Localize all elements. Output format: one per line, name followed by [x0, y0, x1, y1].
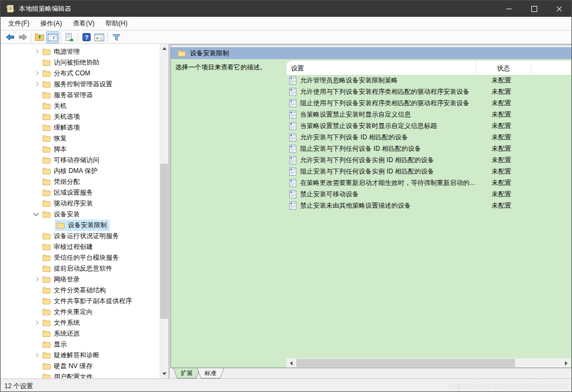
maximize-button[interactable] [522, 1, 546, 17]
tree-node[interactable]: 文件夹重定向 [41, 306, 96, 318]
tree-node[interactable]: 提前启动反恶意软件 [41, 263, 115, 274]
policy-row[interactable]: 允许安装与下列任何设备实例 ID 相匹配的设备 未配置 [287, 155, 571, 166]
tree-scrollbar[interactable] [160, 44, 169, 378]
policy-row[interactable]: 禁止安装可移动设备 未配置 [287, 189, 571, 200]
expand-chevron-icon[interactable] [32, 275, 41, 284]
column-header-status[interactable]: 状态 [476, 64, 531, 73]
tree-node[interactable]: 审核过程创建 [41, 241, 96, 253]
expand-chevron-icon[interactable] [32, 80, 41, 88]
tree-node[interactable]: 服务器管理器 [41, 89, 96, 101]
tree-item[interactable]: 文件共享影子副本提供程序 [1, 295, 159, 306]
tree-node[interactable]: 区域设置服务 [41, 187, 96, 198]
tree-node[interactable]: 电源管理 [41, 46, 82, 57]
show-console-tree-button[interactable] [46, 31, 59, 43]
menu-item[interactable]: 操作(A) [37, 19, 65, 28]
tree-node[interactable]: 受信任的平台模块服务 [41, 252, 122, 264]
tree-item[interactable]: 文件分类基础结构 [1, 285, 159, 295]
tree-item[interactable]: 分布式 COM [1, 68, 159, 79]
tree-item[interactable]: 文件系统 [1, 317, 159, 328]
tree-node[interactable]: 文件共享影子副本提供程序 [41, 295, 135, 307]
tree-item[interactable]: 显示 [1, 339, 159, 350]
tree-node[interactable]: 缓解选项 [41, 122, 82, 133]
policy-row[interactable]: 当策略设置禁止设备安装时显示自定义信息标题 未配置 [287, 120, 571, 132]
help-button[interactable]: ? [80, 31, 93, 43]
close-button[interactable] [546, 1, 571, 17]
tree-item[interactable]: 服务器管理器 [1, 89, 159, 100]
policy-row[interactable]: 当策略设置禁止安装时显示自定义信息 未配置 [287, 109, 571, 120]
tree-node[interactable]: 用户配置文件 [41, 371, 96, 379]
tree-node[interactable]: 服务控制管理器设置 [41, 79, 115, 90]
column-separator[interactable] [531, 62, 531, 74]
export-list-button[interactable] [63, 31, 76, 43]
tree-item[interactable]: 设备运行状况证明服务 [1, 230, 159, 241]
expand-chevron-icon[interactable] [32, 318, 41, 327]
tree-node[interactable]: 内核 DMA 保护 [41, 165, 100, 177]
tree-item[interactable]: 电源管理 [1, 46, 159, 57]
tree-node[interactable]: 疑难解答和诊断 [41, 350, 102, 361]
tree-node[interactable]: 访问被拒绝协助 [41, 57, 102, 68]
tree-node[interactable]: 硬盘 NV 缓存 [41, 361, 95, 372]
tree-item[interactable]: 疑难解答和诊断 [1, 350, 159, 361]
tree-item[interactable]: 审核过程创建 [1, 241, 159, 252]
tree-item[interactable]: 受信任的平台模块服务 [1, 252, 159, 263]
column-header-setting[interactable]: 设置 [291, 64, 304, 73]
scroll-up-button[interactable] [160, 44, 169, 53]
policy-row[interactable]: 阻止安装与下列任何设备实例 ID 相匹配的设备 未配置 [287, 166, 571, 177]
policy-row[interactable]: 允许管理员忽略设备安装限制策略 未配置 [287, 75, 571, 86]
up-one-level-button[interactable] [33, 31, 46, 43]
filter-button[interactable] [110, 31, 123, 43]
scroll-left-button[interactable] [287, 358, 296, 368]
tree-node[interactable]: 驱动程序安装 [41, 198, 96, 209]
scroll-down-button[interactable] [160, 369, 169, 378]
policy-row[interactable]: 在策略更改需要重新启动才能生效时，等待强制重新启动的... 未配置 [287, 177, 571, 189]
minimize-button[interactable] [497, 1, 522, 17]
tree-node[interactable]: 文件系统 [41, 317, 82, 329]
tree-node[interactable]: 关机 [41, 100, 69, 112]
tree-item[interactable]: 用户配置文件 [1, 371, 159, 378]
tree-item[interactable]: 服务控制管理器设置 [1, 79, 159, 89]
tree-node[interactable]: 可移动存储访问 [41, 155, 102, 166]
tree-item[interactable]: 关机 [1, 100, 159, 111]
tree-node[interactable]: 设备安装 [41, 209, 82, 220]
menu-item[interactable]: 查看(V) [69, 19, 98, 28]
tree-node[interactable]: 文件分类基础结构 [41, 285, 109, 296]
tree-node[interactable]: 凭据分配 [41, 176, 82, 188]
policy-row[interactable]: 允许使用与下列设备安装程序类相匹配的驱动程序安装设备 未配置 [287, 86, 571, 98]
expand-chevron-icon[interactable] [32, 47, 41, 56]
tree-item[interactable]: 提前启动反恶意软件 [1, 263, 159, 274]
view-tab[interactable]: 标准 [197, 368, 224, 378]
tree-node[interactable]: 显示 [41, 339, 69, 350]
policy-row[interactable]: 阻止安装与下列任何设备 ID 相匹配的设备 未配置 [287, 143, 571, 155]
expand-chevron-icon[interactable] [32, 69, 41, 78]
tree-item[interactable]: 可移动存储访问 [1, 155, 159, 165]
menu-item[interactable]: 帮助(H) [102, 19, 131, 28]
tree-item[interactable]: 文件夹重定向 [1, 306, 159, 317]
tree-node[interactable]: 关机选项 [41, 111, 82, 123]
scrollbar-thumb[interactable] [296, 359, 515, 367]
tree-item[interactable]: 硬盘 NV 缓存 [1, 361, 159, 371]
tree-item[interactable]: 内核 DMA 保护 [1, 165, 159, 176]
tree-node[interactable]: 设备运行状况证明服务 [41, 230, 122, 242]
tree-item[interactable]: 恢复 [1, 133, 159, 144]
policy-row[interactable]: 阻止使用与下列设备安装程序类相匹配的驱动程序安装设备 未配置 [287, 98, 571, 109]
forward-button[interactable] [16, 31, 29, 43]
tree-item[interactable]: 访问被拒绝协助 [1, 57, 159, 68]
view-tab[interactable]: 扩展 [173, 368, 200, 378]
expand-chevron-icon[interactable] [32, 210, 41, 219]
tree-item[interactable]: 网络登录 [1, 274, 159, 285]
scrollbar-thumb[interactable] [160, 164, 168, 319]
tree-item[interactable]: 驱动程序安装 [1, 198, 159, 209]
tree-node[interactable]: 分布式 COM [41, 68, 93, 79]
tree-item[interactable]: 凭据分配 [1, 176, 159, 187]
tree-item[interactable]: 缓解选项 [1, 122, 159, 133]
tree-item[interactable]: 系统还原 [1, 328, 159, 339]
tree-node[interactable]: 网络登录 [41, 274, 82, 285]
tree-item[interactable]: 设备安装限制 [1, 220, 159, 230]
menu-item[interactable]: 文件(F) [5, 19, 33, 28]
back-button[interactable] [3, 31, 16, 43]
show-action-pane-button[interactable] [93, 31, 106, 43]
tree-node[interactable]: 设备安装限制 [55, 220, 110, 231]
tree-node[interactable]: 恢复 [41, 133, 69, 144]
tree-item[interactable]: 设备安装 [1, 209, 159, 220]
horizontal-scrollbar[interactable] [287, 358, 571, 368]
